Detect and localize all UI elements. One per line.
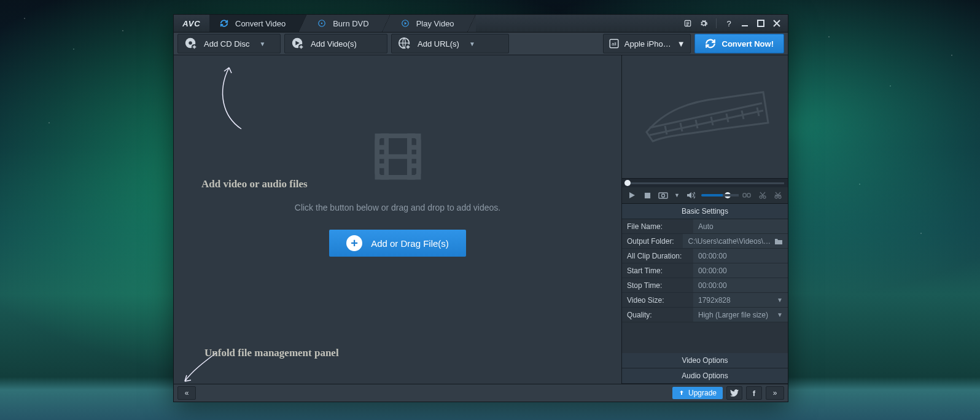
titlebar: AVC Convert Video Burn DVD	[174, 15, 788, 33]
add-urls-button[interactable]: Add URL(s) ▼	[391, 34, 509, 53]
close-button[interactable]	[771, 17, 783, 29]
basic-settings-header[interactable]: Basic Settings	[622, 204, 788, 219]
button-label: Add CD Disc	[204, 39, 249, 49]
svg-point-20	[661, 194, 664, 197]
video-plus-icon	[291, 37, 305, 50]
setting-key: All Clip Duration:	[622, 252, 693, 260]
volume-icon[interactable]	[686, 190, 695, 201]
maximize-button[interactable]	[755, 17, 767, 29]
button-label: Upgrade	[688, 389, 717, 397]
setting-row-filename: File Name: Auto	[622, 219, 788, 234]
convert-now-button[interactable]: Convert Now!	[694, 34, 785, 53]
preview-controls: ▼	[622, 187, 788, 204]
chevron-down-icon: ▼	[469, 41, 475, 47]
setting-key: Output Folder:	[622, 237, 683, 246]
tab-convert-video[interactable]: Convert Video	[209, 15, 307, 32]
setting-key: Stop Time:	[622, 281, 693, 290]
stop-time-field[interactable]: 00:00:00	[693, 278, 788, 292]
setting-row-all-clip: All Clip Duration: 00:00:00	[622, 249, 788, 263]
audio-options-header[interactable]: Audio Options	[622, 368, 788, 384]
facebook-button[interactable]: f	[746, 386, 762, 400]
button-label: Convert Now!	[722, 39, 774, 49]
main-drop-area[interactable]: Add video or audio files Choose output p…	[174, 55, 622, 384]
setting-key: Start Time:	[622, 266, 693, 275]
folder-icon[interactable]	[774, 238, 783, 245]
play-button[interactable]	[627, 190, 636, 201]
preview-pane	[622, 55, 788, 179]
timeline-knob[interactable]	[624, 180, 631, 186]
tab-label: Convert Video	[235, 19, 286, 28]
upgrade-button[interactable]: Upgrade	[672, 387, 723, 399]
setting-key: Video Size:	[622, 296, 693, 305]
output-folder-field[interactable]: C:\Users\cathe\Videos\…	[683, 234, 788, 248]
chevron-down-icon: ▼	[777, 297, 783, 303]
refresh-icon	[219, 18, 229, 28]
upload-icon	[679, 390, 685, 396]
svg-rect-22	[747, 193, 750, 197]
no-cut-icon	[774, 190, 783, 201]
video-options-header[interactable]: Video Options	[622, 353, 788, 368]
stop-button[interactable]	[642, 190, 651, 201]
setting-key: Quality:	[622, 311, 693, 319]
app-window: AVC Convert Video Burn DVD	[173, 14, 788, 402]
disc-plus-icon	[184, 37, 198, 50]
add-or-drag-files-button[interactable]: + Add or Drag File(s)	[329, 230, 466, 257]
svg-rect-4	[742, 25, 748, 26]
chevron-down-icon: ▼	[677, 39, 685, 49]
play-circle-icon	[400, 18, 410, 28]
button-label: Add Video(s)	[311, 39, 357, 49]
add-videos-button[interactable]: Add Video(s)	[284, 34, 387, 53]
setting-value: 00:00:00	[693, 249, 788, 263]
expand-panel-button[interactable]: «	[177, 386, 196, 400]
minimize-button[interactable]	[739, 17, 751, 29]
plus-circle-icon: +	[346, 235, 362, 251]
quality-dropdown[interactable]: High (Larger file size)▼	[693, 308, 788, 322]
svg-text:all: all	[612, 41, 616, 47]
svg-point-7	[189, 41, 192, 45]
chevron-down-icon: ▼	[259, 41, 265, 47]
side-panel: ▼ Basic Settings File Name: Auto Outpu	[622, 55, 788, 384]
gear-icon[interactable]	[698, 17, 710, 29]
profile-label: Apple iPhone XR MPEG-4 Movie (*.m…	[624, 39, 672, 49]
menu-button[interactable]	[682, 17, 694, 29]
tab-burn-dvd[interactable]: Burn DVD	[307, 15, 391, 32]
volume-slider[interactable]	[701, 194, 729, 196]
svg-point-1	[321, 23, 322, 24]
svg-rect-5	[758, 20, 764, 26]
setting-row-stop-time: Stop Time: 00:00:00	[622, 278, 788, 293]
film-icon	[370, 129, 426, 184]
link-icon	[742, 190, 752, 201]
twitter-button[interactable]	[726, 386, 742, 400]
svg-rect-21	[743, 193, 746, 197]
help-button[interactable]: ?	[723, 17, 735, 29]
svg-rect-18	[645, 192, 650, 198]
collapse-side-button[interactable]: »	[766, 386, 784, 400]
button-label: Add URL(s)	[418, 39, 459, 49]
tab-label: Play Video	[416, 19, 454, 28]
tab-label: Burn DVD	[333, 19, 369, 28]
globe-plus-icon	[398, 37, 411, 50]
toolbar: Add CD Disc ▼ Add Video(s) Add URL(s) ▼ …	[174, 33, 788, 55]
disc-icon	[317, 18, 327, 28]
output-profile-dropdown[interactable]: all Apple iPhone XR MPEG-4 Movie (*.m… ▼	[603, 34, 691, 53]
basic-settings-panel: File Name: Auto Output Folder: C:\Users\…	[622, 219, 788, 322]
tab-bar: Convert Video Burn DVD Play Video	[209, 15, 476, 32]
filename-field[interactable]: Auto	[693, 219, 788, 233]
setting-row-video-size: Video Size: 1792x828▼	[622, 293, 788, 308]
window-controls: ?	[677, 15, 788, 32]
refresh-icon	[705, 38, 716, 49]
app-logo: AVC	[174, 15, 209, 32]
setting-row-start-time: Start Time: 00:00:00	[622, 263, 788, 278]
add-cd-disc-button[interactable]: Add CD Disc ▼	[177, 34, 281, 53]
preview-timeline[interactable]	[622, 179, 788, 187]
snapshot-button[interactable]	[658, 190, 668, 201]
button-label: Add or Drag File(s)	[371, 238, 449, 249]
instruction-text: Click the button below or drag and drop …	[295, 203, 500, 212]
video-size-dropdown[interactable]: 1792x828▼	[693, 293, 788, 307]
hint-add-files: Add video or audio files	[201, 178, 308, 190]
tab-play-video[interactable]: Play Video	[391, 15, 476, 32]
volume-knob[interactable]	[725, 192, 731, 198]
setting-row-quality: Quality: High (Larger file size)▼	[622, 308, 788, 322]
start-time-field[interactable]: 00:00:00	[693, 263, 788, 278]
setting-row-output-folder: Output Folder: C:\Users\cathe\Videos\…	[622, 234, 788, 249]
